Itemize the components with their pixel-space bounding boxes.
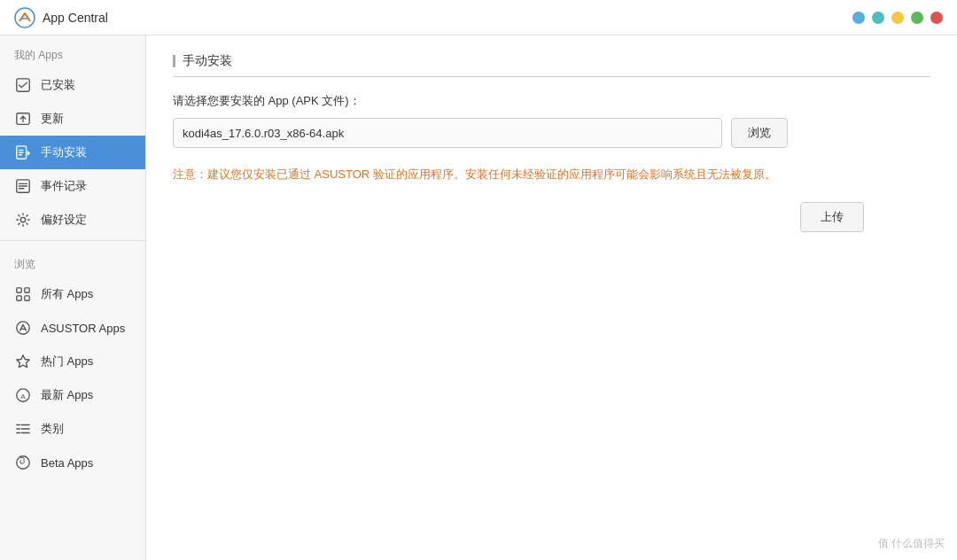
gear-icon bbox=[14, 211, 32, 229]
warning-text: 注意：建议您仅安装已通过 ASUSTOR 验证的应用程序。安装任何未经验证的应用… bbox=[173, 166, 864, 184]
update-icon bbox=[14, 110, 32, 128]
sidebar-hot-apps-label: 热门 Apps bbox=[41, 354, 93, 369]
sidebar-update-label: 更新 bbox=[41, 111, 64, 127]
sidebar-item-preferences[interactable]: 偏好设定 bbox=[0, 203, 145, 237]
manual-install-icon bbox=[14, 144, 32, 161]
file-input-display: kodi4as_17.6.0.r03_x86-64.apk bbox=[173, 118, 722, 148]
sidebar-item-asustor-apps[interactable]: ASUSTOR Apps bbox=[0, 311, 145, 345]
section-header: 手动安装 bbox=[173, 53, 930, 77]
title-bar: App Central bbox=[0, 0, 957, 35]
sidebar-item-category[interactable]: 类别 bbox=[0, 412, 145, 446]
window-btn-red[interactable] bbox=[930, 12, 943, 24]
browse-button[interactable]: 浏览 bbox=[731, 118, 788, 148]
beta-icon bbox=[14, 454, 32, 471]
sidebar-item-beta-apps[interactable]: Beta Apps bbox=[0, 446, 145, 479]
svg-rect-8 bbox=[17, 296, 21, 300]
sidebar-item-installed[interactable]: 已安装 bbox=[0, 68, 145, 102]
sidebar-item-manual-install[interactable]: 手动安装 bbox=[0, 136, 145, 169]
file-value: kodi4as_17.6.0.r03_x86-64.apk bbox=[183, 127, 344, 140]
sidebar-item-new-apps[interactable]: A 最新 Apps bbox=[0, 378, 145, 412]
sidebar-manual-label: 手动安装 bbox=[41, 144, 87, 160]
sidebar: 我的 Apps 已安装 更新 bbox=[0, 35, 146, 560]
sidebar-installed-label: 已安装 bbox=[41, 77, 75, 93]
window-btn-yellow[interactable] bbox=[891, 12, 904, 24]
installed-icon bbox=[14, 76, 32, 94]
grid-icon bbox=[14, 285, 32, 303]
sidebar-prefs-label: 偏好设定 bbox=[41, 212, 87, 228]
sidebar-item-event-log[interactable]: 事件记录 bbox=[0, 169, 145, 203]
asustor-icon bbox=[14, 319, 32, 337]
my-apps-label: 我的 Apps bbox=[0, 35, 145, 68]
sidebar-divider bbox=[0, 240, 145, 241]
install-row: kodi4as_17.6.0.r03_x86-64.apk 浏览 bbox=[173, 118, 930, 148]
window-btn-green[interactable] bbox=[911, 12, 923, 24]
svg-point-5 bbox=[20, 217, 25, 222]
window-controls bbox=[852, 12, 943, 24]
app-logo-icon bbox=[14, 7, 35, 28]
svg-rect-6 bbox=[17, 288, 21, 292]
content-area: 手动安装 请选择您要安装的 App (APK 文件)： kodi4as_17.6… bbox=[146, 35, 957, 560]
list-icon bbox=[14, 420, 32, 438]
new-icon: A bbox=[14, 386, 32, 404]
sidebar-event-label: 事件记录 bbox=[41, 178, 87, 194]
svg-point-0 bbox=[15, 8, 35, 27]
sidebar-all-apps-label: 所有 Apps bbox=[41, 286, 93, 302]
sidebar-asustor-label: ASUSTOR Apps bbox=[41, 322, 125, 335]
svg-rect-9 bbox=[25, 296, 29, 300]
sidebar-new-apps-label: 最新 Apps bbox=[41, 387, 93, 403]
star-icon bbox=[14, 353, 32, 370]
sidebar-item-all-apps[interactable]: 所有 Apps bbox=[0, 277, 145, 311]
main-layout: 我的 Apps 已安装 更新 bbox=[0, 35, 957, 560]
browse-label: 浏览 bbox=[0, 245, 145, 277]
svg-point-10 bbox=[17, 322, 29, 334]
watermark: 值 什么值得买 bbox=[878, 536, 945, 551]
sidebar-item-hot-apps[interactable]: 热门 Apps bbox=[0, 345, 145, 378]
svg-rect-7 bbox=[25, 288, 29, 292]
upload-button[interactable]: 上传 bbox=[800, 202, 864, 232]
window-btn-blue[interactable] bbox=[852, 12, 865, 24]
window-btn-teal[interactable] bbox=[872, 12, 884, 24]
app-title: App Central bbox=[43, 11, 108, 25]
title-bar-left: App Central bbox=[14, 7, 108, 28]
svg-text:A: A bbox=[20, 393, 26, 401]
section-title: 手动安装 bbox=[183, 53, 232, 69]
sidebar-beta-label: Beta Apps bbox=[41, 456, 93, 470]
event-log-icon bbox=[14, 177, 32, 195]
section-header-line bbox=[173, 55, 175, 67]
file-select-label: 请选择您要安装的 App (APK 文件)： bbox=[173, 93, 930, 109]
sidebar-item-update[interactable]: 更新 bbox=[0, 102, 145, 136]
upload-btn-row: 上传 bbox=[173, 202, 864, 232]
sidebar-category-label: 类别 bbox=[41, 421, 64, 437]
